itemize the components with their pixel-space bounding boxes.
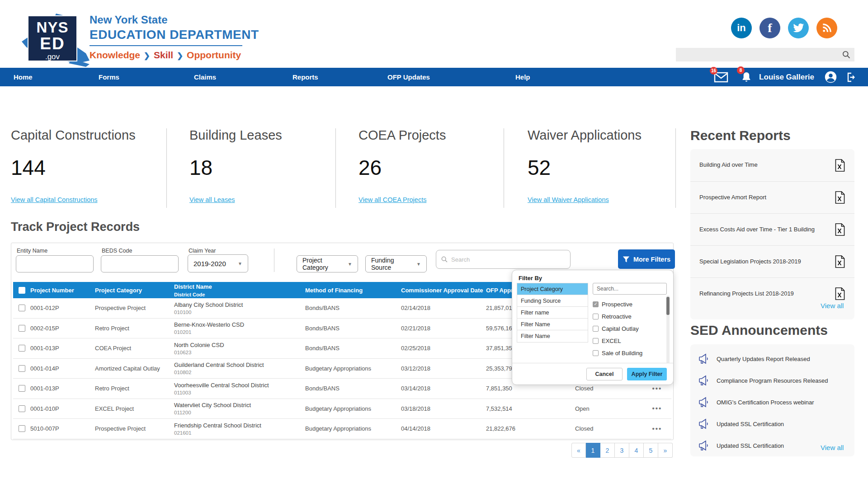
nav-item-claims[interactable]: Claims: [194, 68, 216, 86]
cell-district-code: 011003: [174, 390, 305, 395]
filter-options: Prospective Retroactive Capital Outlay E…: [593, 298, 663, 359]
view-all-waiver-applications-link[interactable]: View all Waiver Applications: [528, 196, 609, 203]
rss-icon[interactable]: [816, 18, 837, 38]
nysed-logo[interactable]: NYS ED .gov: [18, 10, 90, 67]
cell-ofp-amount: 7,851,350: [486, 385, 546, 392]
checkbox[interactable]: [593, 338, 599, 344]
checkbox[interactable]: [593, 314, 599, 319]
excel-file-icon[interactable]: [834, 287, 845, 300]
tagline-skill: Skill: [154, 50, 173, 60]
pagination-page-3[interactable]: 3: [615, 443, 629, 458]
project-category-select[interactable]: Project Category ▼: [297, 255, 358, 272]
entity-name-input[interactable]: [16, 255, 94, 272]
row-checkbox[interactable]: [19, 385, 25, 392]
view-all-leases-link[interactable]: View all Leases: [189, 196, 235, 203]
recent-reports-title: Recent Reports: [690, 128, 791, 143]
top-navigation: Home Forms Claims Reports OFP Updates He…: [0, 68, 868, 86]
cell-ofp-amount: 21,822,676: [486, 425, 546, 432]
sign-out-icon[interactable]: [846, 72, 857, 83]
row-checkbox[interactable]: [19, 325, 25, 332]
filter-category-filter-name[interactable]: Filter name: [517, 307, 588, 319]
funding-source-select[interactable]: Funding Source ▼: [365, 255, 427, 272]
row-checkbox[interactable]: [19, 425, 25, 432]
report-item[interactable]: Building Aid over Time: [690, 149, 854, 181]
nav-item-ofp-updates[interactable]: OFP Updates: [387, 68, 430, 86]
cell-district-code: 021601: [174, 430, 305, 436]
filter-option-retroactive[interactable]: Retroactive: [593, 310, 663, 323]
filter-category-filter-name[interactable]: Filter Name: [517, 319, 588, 330]
nav-item-reports[interactable]: Reports: [292, 68, 318, 86]
twitter-icon[interactable]: [788, 18, 809, 38]
notifications-bell-icon[interactable]: 8: [741, 71, 752, 83]
apply-filter-button[interactable]: Apply Filter: [627, 368, 667, 380]
more-filters-button[interactable]: More Filters: [618, 249, 675, 269]
nav-right-cluster: 16 8 Louise Gallerie: [714, 68, 857, 86]
row-checkbox[interactable]: [19, 345, 25, 352]
filter-category-funding-source[interactable]: Funding Source: [517, 295, 588, 307]
checkbox[interactable]: [593, 350, 599, 356]
report-item[interactable]: Special Legislation Projects 2018-2019: [690, 245, 854, 277]
cancel-button[interactable]: Cancel: [586, 368, 623, 380]
filter-category-filter-name[interactable]: Filter Name: [517, 330, 588, 342]
pagination-next[interactable]: »: [658, 443, 673, 458]
filter-category-project-category[interactable]: Project Category: [517, 283, 588, 295]
cell-district-name: Voorheesville Central School District: [174, 382, 305, 389]
table-row[interactable]: 0001-010P EXCEL Project Watervliet City …: [13, 399, 671, 419]
excel-file-icon[interactable]: [834, 191, 845, 204]
filter-divider: [274, 249, 274, 272]
facebook-icon[interactable]: f: [760, 18, 780, 38]
records-search-input[interactable]: [451, 256, 566, 263]
announcement-item[interactable]: Updated SSL Certification: [690, 413, 854, 435]
search-icon[interactable]: [842, 50, 851, 59]
view-all-capital-constructions-link[interactable]: View all Capital Constructions: [11, 196, 98, 203]
row-checkbox[interactable]: [19, 305, 25, 311]
beds-code-input[interactable]: [101, 255, 179, 272]
pagination-page-1[interactable]: 1: [586, 443, 600, 458]
claim-year-select[interactable]: 2019-2020 ▼: [188, 254, 248, 272]
announcement-item[interactable]: OMIG's Certification Process webinar: [690, 391, 854, 413]
filter-option-sale-of-building[interactable]: Sale of Building: [593, 347, 663, 359]
excel-file-icon[interactable]: [834, 223, 845, 236]
filter-option-prospective[interactable]: Prospective: [593, 298, 663, 310]
checkbox-checked[interactable]: [593, 301, 599, 307]
pagination-page-4[interactable]: 4: [629, 443, 644, 458]
row-checkbox[interactable]: [19, 405, 25, 412]
announcement-item[interactable]: Compliance Program Resources Released: [690, 370, 854, 391]
linkedin-icon[interactable]: in: [731, 18, 752, 38]
stats-divider: [504, 128, 504, 208]
filter-option-excel[interactable]: EXCEL: [593, 335, 663, 347]
col-project-category: Project Category: [95, 287, 174, 294]
popup-scrollbar-thumb[interactable]: [666, 297, 670, 315]
announcement-item[interactable]: Quarterly Updates Report Released: [690, 348, 854, 370]
view-all-coea-projects-link[interactable]: View all COEA Projects: [359, 196, 426, 203]
pagination-prev[interactable]: «: [571, 443, 586, 458]
report-item[interactable]: Prospective Amort Report: [690, 181, 854, 213]
row-checkbox[interactable]: [19, 365, 25, 372]
user-name[interactable]: Louise Gallerie: [759, 73, 814, 82]
pagination-page-5[interactable]: 5: [644, 443, 658, 458]
filter-option-capital-outlay[interactable]: Capital Outlay: [593, 323, 663, 335]
site-search-input[interactable]: [676, 48, 842, 61]
account-icon[interactable]: [824, 70, 837, 84]
excel-file-icon[interactable]: [834, 159, 845, 172]
pagination-page-2[interactable]: 2: [600, 443, 615, 458]
mail-icon[interactable]: 16: [714, 72, 728, 83]
row-actions-menu-icon[interactable]: •••: [652, 404, 662, 412]
excel-file-icon[interactable]: [834, 255, 845, 268]
filter-popup-search-input[interactable]: [593, 283, 667, 295]
announcements-view-all-link[interactable]: View all: [821, 444, 844, 451]
cell-district-name: North Colonie CSD: [174, 342, 305, 348]
nav-item-help[interactable]: Help: [515, 68, 530, 86]
nav-item-forms[interactable]: Forms: [99, 68, 119, 86]
select-all-checkbox[interactable]: [19, 287, 25, 294]
recent-reports-view-all-link[interactable]: View all: [821, 302, 844, 310]
report-item[interactable]: Excess Costs Aid over Time - Tier 1 Buil…: [690, 213, 854, 245]
stat-value: 52: [528, 155, 642, 180]
popup-scrollbar[interactable]: [666, 296, 670, 363]
table-row[interactable]: 5010-007P Prospective Project Friendship…: [13, 419, 671, 439]
row-actions-menu-icon[interactable]: •••: [652, 425, 662, 432]
nav-item-home[interactable]: Home: [14, 68, 33, 86]
checkbox[interactable]: [593, 326, 599, 332]
cell-approval-date: 02/21/2018: [401, 325, 486, 332]
row-actions-menu-icon[interactable]: •••: [652, 385, 662, 392]
